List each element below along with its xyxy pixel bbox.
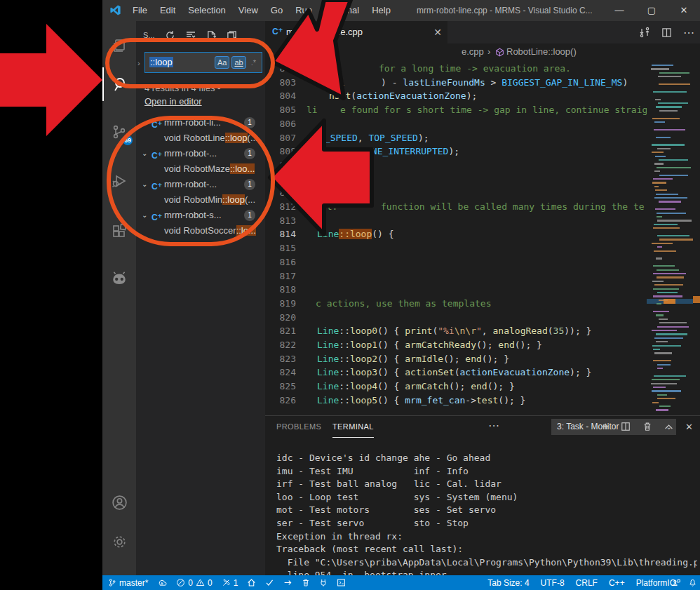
status-item-utf-8[interactable]: UTF-8 [541, 578, 565, 588]
more-actions-icon[interactable]: ⋯ [683, 26, 694, 39]
code-line-808[interactable]: 808ay(INE_INTERRUPTED); [265, 145, 647, 159]
status-item-crlf[interactable]: CRLF [576, 578, 598, 588]
split-editor-icon[interactable] [661, 27, 672, 38]
kill-terminal-icon[interactable] [642, 422, 652, 431]
pio-serial-monitor-icon[interactable] [319, 578, 328, 587]
pio-upload-icon[interactable] [283, 578, 292, 587]
source-control-icon[interactable]: 69 [102, 115, 136, 149]
code-line-807[interactable]: 807P_SPEED, TOP_SPEED); [265, 131, 647, 145]
code-line-819[interactable]: 819c actions, use them as templates [265, 297, 647, 311]
code-line-823[interactable]: 823Line::loop2() { armIdle(); end(); } [265, 352, 647, 366]
menu-item-file[interactable]: File [126, 0, 154, 21]
open-new-editor-icon[interactable] [227, 30, 237, 41]
status-item-c-[interactable]: C++ [609, 578, 625, 588]
platformio-icon[interactable] [102, 262, 136, 296]
result-file-row[interactable]: ⌄C⁺mrm-robot-li...1 [136, 115, 265, 130]
code-line-816[interactable]: 816 [265, 255, 647, 269]
menu-item-go[interactable]: Go [264, 0, 289, 21]
maximize-panel-icon[interactable] [664, 422, 673, 431]
close-button[interactable]: ✕ [668, 0, 700, 21]
regex-toggle[interactable]: .* [248, 56, 259, 69]
match-case-toggle[interactable]: Aa [215, 56, 229, 69]
twistie-icon[interactable]: ⌄ [142, 208, 147, 223]
breadcrumb[interactable]: e.cpp › RobotLine::loop() [265, 43, 700, 62]
split-terminal-icon[interactable] [621, 422, 631, 431]
result-match-row[interactable]: void RobotLine::loop(... [136, 130, 265, 146]
result-file-row[interactable]: ⌄C⁺mrm-robot-...1 [136, 146, 265, 161]
menu-item-run[interactable]: Run [289, 0, 318, 21]
code-line-804[interactable]: 804nSet(actionEvacuationZone); [265, 89, 647, 103]
minimize-button[interactable]: — [603, 0, 635, 21]
result-match-row[interactable]: void RobotMin::loop(... [136, 192, 265, 208]
notifications-bell-icon[interactable] [688, 578, 697, 587]
account-icon[interactable] [102, 485, 136, 519]
code-line-826[interactable]: 826Line::loop5() { mrm_fet_can->test(); … [265, 394, 647, 408]
code-line-814[interactable]: 814Line::loop() { [265, 227, 647, 241]
extensions-icon[interactable] [102, 215, 136, 248]
pio-clean-icon[interactable] [302, 578, 310, 587]
menu-item-view[interactable]: View [232, 0, 264, 21]
code-line-805[interactable]: 805lie found for s short time -> gap in … [265, 103, 647, 117]
feedback-icon[interactable] [671, 578, 681, 587]
twistie-icon[interactable]: ⌄ [142, 177, 147, 192]
code-line-822[interactable]: 822Line::loop1() { armCatchReady(); end(… [265, 338, 647, 352]
maximize-button[interactable]: ▢ [635, 0, 668, 21]
result-file-row[interactable]: ⌄C⁺mrm-robot-s...1 [136, 208, 265, 223]
editor-scrollbar[interactable] [693, 62, 700, 415]
close-panel-icon[interactable]: ✕ [685, 422, 693, 432]
code-line-812[interactable]: 812est.function will be called many time… [265, 200, 647, 214]
code-line-811[interactable]: 811 [265, 186, 647, 200]
clear-results-icon[interactable] [185, 29, 196, 41]
sync-icon[interactable] [157, 578, 167, 587]
git-branch-item[interactable]: master* [108, 578, 148, 588]
result-file-row[interactable]: ⌄C⁺mrm-robot-...1 [136, 177, 265, 192]
new-search-editor-icon[interactable] [206, 30, 217, 41]
result-match-row[interactable]: void RobotMaze::loo... [136, 161, 265, 177]
tab-terminal[interactable]: TERMINAL [332, 416, 374, 438]
menu-item-terminal[interactable]: Terminal [318, 0, 365, 21]
new-terminal-icon[interactable]: + [602, 420, 609, 434]
open-changes-icon[interactable] [639, 27, 650, 38]
pio-home-icon[interactable] [247, 578, 256, 587]
code-line-803[interactable]: 803(mi) - lastLineFoundMs > BIGGEST_GAP_… [265, 76, 647, 90]
code-line-817[interactable]: 817 [265, 269, 647, 283]
tab-problems[interactable]: PROBLEMS [276, 416, 321, 437]
pio-build-icon[interactable] [265, 578, 274, 587]
settings-gear-icon[interactable] [102, 525, 136, 558]
errors-warnings-item[interactable]: 0 0 [176, 578, 212, 588]
code-line-806[interactable]: 806 [265, 117, 647, 131]
tab-close-icon[interactable]: ✕ [433, 21, 442, 43]
search-input[interactable]: ::loop Aa ab .* [144, 52, 262, 73]
code-line-825[interactable]: 825Line::loop4() { armCatch(); end(); } [265, 380, 647, 394]
menu-item-selection[interactable]: Selection [182, 0, 231, 21]
run-debug-icon[interactable] [102, 164, 136, 198]
toggle-replace-chevron-icon[interactable]: › [137, 59, 140, 67]
tasks-item[interactable]: 1 [222, 578, 238, 588]
twistie-icon[interactable]: ⌄ [142, 146, 147, 161]
code-line-820[interactable]: 820 [265, 311, 647, 325]
code-line-815[interactable]: 815 [265, 241, 647, 255]
minimap[interactable] [647, 62, 693, 415]
status-item-tab-size-4[interactable]: Tab Size: 4 [487, 578, 529, 588]
menu-item-edit[interactable]: Edit [154, 0, 182, 21]
code-line-813[interactable]: 813 [265, 214, 647, 228]
code-line-810[interactable]: 810 [265, 173, 647, 187]
code-line-824[interactable]: 824Line::loop3() { actionSet(actionEvacu… [265, 366, 647, 380]
pio-terminal-icon[interactable] [337, 578, 346, 587]
code-editor[interactable]: 802for a long time -> evacuation area.80… [265, 62, 647, 415]
refresh-icon[interactable] [165, 30, 175, 41]
code-line-818[interactable]: 818 [265, 283, 647, 297]
search-icon[interactable] [102, 67, 137, 101]
twistie-icon[interactable]: ⌄ [142, 115, 147, 130]
open-in-editor-link[interactable]: Open in editor [144, 96, 202, 107]
whole-word-toggle[interactable]: ab [231, 56, 245, 69]
panel-more-icon[interactable]: ⋯ [488, 416, 499, 436]
code-line-802[interactable]: 802for a long time -> evacuation area. [265, 62, 647, 76]
code-line-809[interactable]: 809 [265, 159, 647, 173]
explorer-icon[interactable] [102, 29, 136, 63]
status-item-platformio[interactable]: PlatformIO [636, 578, 676, 588]
code-line-821[interactable]: 821Line::loop0() { print("%i\n\r", analo… [265, 324, 647, 338]
tab-mrm-robot-line[interactable]: C⁺ mrm-robot-line.cpp ✕ [265, 21, 447, 43]
terminal-output[interactable]: idc - Device's id change ahe - Go aheadi… [276, 452, 697, 576]
result-match-row[interactable]: void RobotSoccer::lo... [136, 223, 265, 239]
